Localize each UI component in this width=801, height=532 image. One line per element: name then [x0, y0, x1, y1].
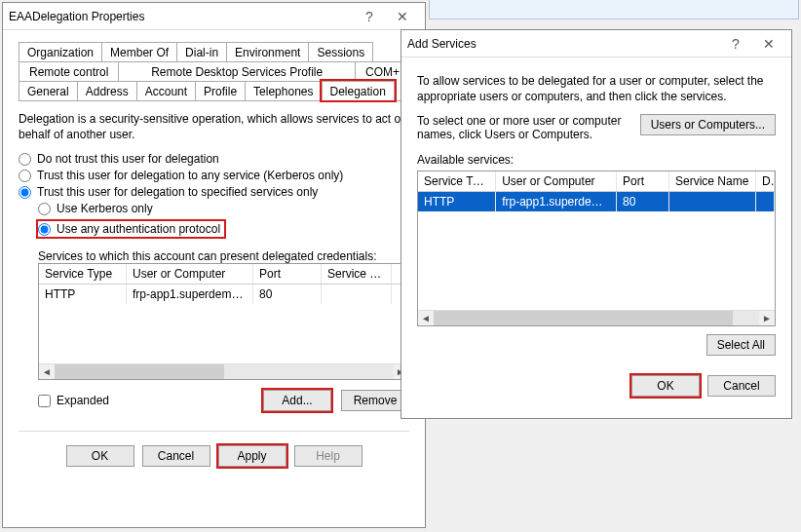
col-port[interactable]: Port [253, 264, 322, 284]
radio-any-auth-label: Use any authentication protocol [57, 222, 220, 236]
users-or-computers-button[interactable]: Users or Computers... [640, 114, 776, 135]
scroll-right-icon[interactable]: ► [759, 311, 775, 326]
delegation-description: Delegation is a security-sensitive opera… [19, 111, 409, 142]
dialog-body: Organization Member Of Dial-in Environme… [3, 30, 425, 478]
background-frame [429, 0, 799, 19]
dialog-footer: OK Cancel Apply Help [19, 431, 409, 467]
cancel-button[interactable]: Cancel [707, 375, 776, 397]
services-listview[interactable]: Service Type User or Computer Port Servi… [38, 263, 409, 380]
tab-dial-in[interactable]: Dial-in [176, 42, 227, 61]
services-listview-body: HTTP frp-app1.superdemo.l... 80 [39, 285, 408, 363]
delegation-properties-window: EAADelegation Properties ? ✕ Organizatio… [2, 2, 426, 528]
scroll-left-icon[interactable]: ◄ [39, 364, 55, 380]
cell-port: 80 [617, 192, 669, 211]
select-all-button[interactable]: Select All [706, 334, 776, 356]
tab-address[interactable]: Address [77, 81, 137, 100]
radio-kerberos-only-label: Use Kerberos only [57, 202, 153, 215]
col-d[interactable]: D [756, 171, 775, 191]
tab-environment[interactable]: Environment [226, 42, 309, 61]
scroll-thumb[interactable] [55, 364, 224, 379]
add-services-window: Add Services ? ✕ To allow services to be… [400, 29, 792, 419]
cell-service-name [669, 192, 756, 211]
tab-organization[interactable]: Organization [19, 42, 102, 61]
radio-trust-any-label: Trust this user for delegation to any se… [37, 169, 343, 182]
available-services-listview[interactable]: Service Type User or Computer Port Servi… [417, 171, 776, 326]
tab-member-of[interactable]: Member Of [101, 42, 177, 61]
help-button-footer[interactable]: Help [294, 445, 362, 467]
close-button[interactable]: ✕ [386, 5, 419, 28]
cell-service-type: HTTP [39, 285, 127, 304]
dialog-body: To allow services to be delegated for a … [401, 57, 791, 408]
table-row[interactable]: HTTP frp-app1.superdemo.l... 80 [418, 192, 775, 211]
services-label: Services to which this account can prese… [38, 249, 409, 263]
help-button[interactable]: ? [353, 5, 386, 28]
apply-button[interactable]: Apply [218, 445, 286, 467]
radio-kerberos-only[interactable]: Use Kerberos only [38, 202, 409, 215]
col-user-computer[interactable]: User or Computer [496, 171, 617, 191]
titlebar: Add Services ? ✕ [401, 30, 791, 57]
cell-d [756, 192, 775, 211]
radio-any-auth-input[interactable] [38, 223, 51, 236]
cell-user-computer: frp-app1.superdemo.l... [496, 192, 617, 211]
col-service-type[interactable]: Service Type [418, 171, 496, 191]
radio-any-auth[interactable]: Use any authentication protocol [38, 221, 224, 237]
radio-kerberos-only-input[interactable] [38, 203, 51, 215]
col-service-name[interactable]: Service Name [669, 171, 756, 191]
close-button[interactable]: ✕ [752, 32, 785, 56]
scroll-left-icon[interactable]: ◄ [418, 311, 434, 326]
help-button[interactable]: ? [719, 32, 752, 56]
radio-do-not-trust-label: Do not trust this user for delegation [37, 152, 219, 166]
scroll-thumb[interactable] [434, 311, 733, 325]
tab-telephones[interactable]: Telephones [245, 81, 322, 100]
horizontal-scrollbar[interactable]: ◄ ► [39, 363, 408, 379]
radio-trust-specified-label: Trust this user for delegation to specif… [37, 185, 318, 199]
cell-user-computer: frp-app1.superdemo.l... [127, 285, 253, 304]
available-services-label: Available services: [417, 153, 776, 167]
cell-service-type: HTTP [418, 192, 496, 211]
select-users-text: To select one or more user or computer n… [417, 114, 630, 141]
radio-do-not-trust-input[interactable] [19, 153, 31, 166]
radio-trust-any[interactable]: Trust this user for delegation to any se… [19, 169, 409, 182]
tab-rds-profile[interactable]: Remote Desktop Services Profile [118, 61, 356, 81]
tab-general[interactable]: General [19, 81, 78, 100]
available-services-header: Service Type User or Computer Port Servi… [418, 171, 775, 192]
ok-button[interactable]: OK [631, 375, 700, 397]
radio-trust-specified[interactable]: Trust this user for delegation to specif… [19, 185, 409, 199]
add-services-intro: To allow services to be delegated for a … [417, 73, 776, 104]
tab-delegation[interactable]: Delegation [322, 81, 395, 100]
add-button[interactable]: Add... [263, 390, 331, 411]
cancel-button[interactable]: Cancel [142, 445, 210, 467]
expanded-checkbox[interactable]: Expanded [38, 394, 253, 407]
tab-profile[interactable]: Profile [195, 81, 246, 100]
radio-do-not-trust[interactable]: Do not trust this user for delegation [19, 152, 409, 166]
ok-button[interactable]: OK [66, 445, 134, 467]
cell-service-name [322, 285, 392, 304]
col-port[interactable]: Port [617, 171, 669, 191]
tab-account[interactable]: Account [136, 81, 196, 100]
remove-button[interactable]: Remove [341, 390, 409, 411]
tab-sessions[interactable]: Sessions [308, 42, 373, 61]
window-title: EAADelegation Properties [9, 10, 353, 23]
services-listview-header: Service Type User or Computer Port Servi… [39, 264, 408, 285]
cell-port: 80 [253, 285, 322, 304]
horizontal-scrollbar[interactable]: ◄ ► [418, 310, 775, 325]
tab-strip: Organization Member Of Dial-in Environme… [19, 42, 409, 101]
col-service-name[interactable]: Service N... [322, 264, 392, 284]
tab-remote-control[interactable]: Remote control [19, 61, 119, 81]
window-title: Add Services [407, 37, 719, 51]
table-row[interactable]: HTTP frp-app1.superdemo.l... 80 [39, 285, 408, 304]
titlebar: EAADelegation Properties ? ✕ [3, 3, 425, 30]
expanded-checkbox-input[interactable] [38, 395, 51, 407]
radio-trust-any-input[interactable] [19, 170, 31, 182]
available-services-body: HTTP frp-app1.superdemo.l... 80 [418, 192, 775, 310]
col-service-type[interactable]: Service Type [39, 264, 127, 284]
expanded-checkbox-label: Expanded [57, 394, 109, 407]
col-user-computer[interactable]: User or Computer [127, 264, 253, 284]
radio-trust-specified-input[interactable] [19, 186, 31, 199]
